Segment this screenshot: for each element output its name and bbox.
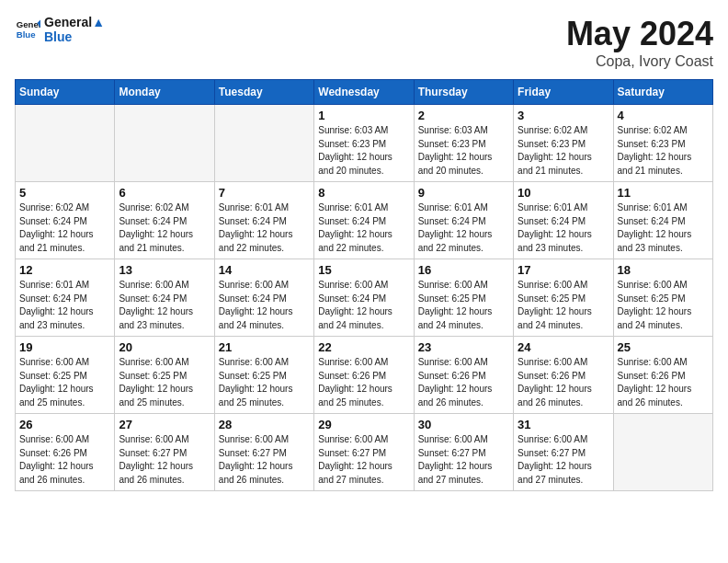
day-info: Sunrise: 6:00 AM Sunset: 6:24 PM Dayligh… — [219, 279, 310, 332]
calendar-day-cell: 14Sunrise: 6:00 AM Sunset: 6:24 PM Dayli… — [214, 259, 313, 337]
day-number: 10 — [518, 186, 609, 200]
day-number: 8 — [318, 186, 409, 200]
day-info: Sunrise: 6:00 AM Sunset: 6:24 PM Dayligh… — [119, 279, 210, 332]
calendar-day-cell: 24Sunrise: 6:00 AM Sunset: 6:26 PM Dayli… — [514, 337, 613, 414]
day-number: 21 — [219, 340, 310, 354]
calendar-location: Copa, Ivory Coast — [566, 53, 713, 70]
calendar-title: May 2024 — [566, 15, 713, 53]
day-info: Sunrise: 6:00 AM Sunset: 6:27 PM Dayligh… — [119, 433, 210, 487]
weekday-header-cell: Sunday — [16, 80, 115, 105]
calendar-day-cell: 13Sunrise: 6:00 AM Sunset: 6:24 PM Dayli… — [115, 259, 214, 337]
weekday-header-cell: Saturday — [613, 80, 712, 105]
day-info: Sunrise: 6:01 AM Sunset: 6:24 PM Dayligh… — [19, 279, 110, 332]
day-number: 15 — [318, 263, 409, 277]
calendar-day-cell: 31Sunrise: 6:00 AM Sunset: 6:27 PM Dayli… — [514, 414, 613, 491]
day-info: Sunrise: 6:02 AM Sunset: 6:23 PM Dayligh… — [518, 124, 609, 178]
day-number: 28 — [219, 418, 310, 431]
logo-icon: General Blue — [15, 17, 40, 42]
day-info: Sunrise: 6:00 AM Sunset: 6:24 PM Dayligh… — [318, 279, 409, 332]
day-number: 24 — [518, 340, 609, 354]
calendar-day-cell — [613, 414, 712, 491]
day-info: Sunrise: 6:00 AM Sunset: 6:25 PM Dayligh… — [219, 356, 310, 409]
calendar-day-cell: 8Sunrise: 6:01 AM Sunset: 6:24 PM Daylig… — [314, 182, 414, 259]
calendar-day-cell: 28Sunrise: 6:00 AM Sunset: 6:27 PM Dayli… — [214, 414, 313, 491]
day-info: Sunrise: 6:00 AM Sunset: 6:27 PM Dayligh… — [318, 433, 409, 487]
day-number: 18 — [618, 263, 709, 277]
day-number: 27 — [119, 418, 210, 431]
calendar-week-row: 1Sunrise: 6:03 AM Sunset: 6:23 PM Daylig… — [16, 105, 713, 182]
day-number: 20 — [119, 340, 210, 354]
day-info: Sunrise: 6:00 AM Sunset: 6:25 PM Dayligh… — [418, 279, 509, 332]
calendar-day-cell: 4Sunrise: 6:02 AM Sunset: 6:23 PM Daylig… — [613, 105, 712, 182]
calendar-day-cell: 26Sunrise: 6:00 AM Sunset: 6:26 PM Dayli… — [16, 414, 115, 491]
day-number: 16 — [418, 263, 509, 277]
weekday-header-cell: Thursday — [414, 80, 513, 105]
calendar-day-cell: 6Sunrise: 6:02 AM Sunset: 6:24 PM Daylig… — [115, 182, 214, 259]
calendar-day-cell: 15Sunrise: 6:00 AM Sunset: 6:24 PM Dayli… — [314, 259, 414, 337]
day-info: Sunrise: 6:00 AM Sunset: 6:27 PM Dayligh… — [518, 433, 609, 487]
day-number: 22 — [318, 340, 409, 354]
calendar-day-cell: 17Sunrise: 6:00 AM Sunset: 6:25 PM Dayli… — [514, 259, 613, 337]
weekday-header-cell: Wednesday — [314, 80, 414, 105]
calendar-day-cell: 18Sunrise: 6:00 AM Sunset: 6:25 PM Dayli… — [613, 259, 712, 337]
day-info: Sunrise: 6:00 AM Sunset: 6:25 PM Dayligh… — [518, 279, 609, 332]
logo-text: General▲ Blue — [44, 15, 105, 44]
calendar-week-row: 5Sunrise: 6:02 AM Sunset: 6:24 PM Daylig… — [16, 182, 713, 259]
title-block: May 2024 Copa, Ivory Coast — [566, 15, 713, 70]
calendar-day-cell: 2Sunrise: 6:03 AM Sunset: 6:23 PM Daylig… — [414, 105, 513, 182]
day-number: 17 — [518, 263, 609, 277]
day-number: 11 — [618, 186, 709, 200]
calendar-week-row: 12Sunrise: 6:01 AM Sunset: 6:24 PM Dayli… — [16, 259, 713, 337]
calendar-day-cell: 1Sunrise: 6:03 AM Sunset: 6:23 PM Daylig… — [314, 105, 414, 182]
day-info: Sunrise: 6:00 AM Sunset: 6:27 PM Dayligh… — [418, 433, 509, 487]
day-info: Sunrise: 6:00 AM Sunset: 6:26 PM Dayligh… — [518, 356, 609, 409]
calendar-table: SundayMondayTuesdayWednesdayThursdayFrid… — [15, 79, 713, 491]
day-number: 12 — [19, 263, 110, 277]
calendar-day-cell: 3Sunrise: 6:02 AM Sunset: 6:23 PM Daylig… — [514, 105, 613, 182]
day-number: 31 — [518, 418, 609, 431]
day-number: 6 — [119, 186, 210, 200]
calendar-week-row: 26Sunrise: 6:00 AM Sunset: 6:26 PM Dayli… — [16, 414, 713, 491]
day-info: Sunrise: 6:01 AM Sunset: 6:24 PM Dayligh… — [418, 201, 509, 255]
calendar-day-cell: 16Sunrise: 6:00 AM Sunset: 6:25 PM Dayli… — [414, 259, 513, 337]
day-number: 29 — [318, 418, 409, 431]
day-info: Sunrise: 6:02 AM Sunset: 6:24 PM Dayligh… — [19, 201, 110, 255]
calendar-day-cell: 25Sunrise: 6:00 AM Sunset: 6:26 PM Dayli… — [613, 337, 712, 414]
day-number: 26 — [19, 418, 110, 431]
day-number: 23 — [418, 340, 509, 354]
day-info: Sunrise: 6:03 AM Sunset: 6:23 PM Dayligh… — [318, 124, 409, 178]
day-info: Sunrise: 6:01 AM Sunset: 6:24 PM Dayligh… — [518, 201, 609, 255]
calendar-day-cell — [115, 105, 214, 182]
calendar-day-cell: 19Sunrise: 6:00 AM Sunset: 6:25 PM Dayli… — [16, 337, 115, 414]
day-number: 5 — [19, 186, 110, 200]
day-number: 9 — [418, 186, 509, 200]
day-info: Sunrise: 6:02 AM Sunset: 6:24 PM Dayligh… — [119, 201, 210, 255]
day-info: Sunrise: 6:01 AM Sunset: 6:24 PM Dayligh… — [618, 201, 709, 255]
calendar-day-cell: 22Sunrise: 6:00 AM Sunset: 6:26 PM Dayli… — [314, 337, 414, 414]
day-info: Sunrise: 6:00 AM Sunset: 6:26 PM Dayligh… — [618, 356, 709, 409]
day-info: Sunrise: 6:00 AM Sunset: 6:25 PM Dayligh… — [119, 356, 210, 409]
day-number: 3 — [518, 109, 609, 122]
calendar-day-cell: 9Sunrise: 6:01 AM Sunset: 6:24 PM Daylig… — [414, 182, 513, 259]
day-info: Sunrise: 6:00 AM Sunset: 6:26 PM Dayligh… — [318, 356, 409, 409]
day-number: 2 — [418, 109, 509, 122]
weekday-header-cell: Monday — [115, 80, 214, 105]
day-info: Sunrise: 6:01 AM Sunset: 6:24 PM Dayligh… — [318, 201, 409, 255]
calendar-day-cell: 21Sunrise: 6:00 AM Sunset: 6:25 PM Dayli… — [214, 337, 313, 414]
calendar-day-cell: 7Sunrise: 6:01 AM Sunset: 6:24 PM Daylig… — [214, 182, 313, 259]
day-info: Sunrise: 6:01 AM Sunset: 6:24 PM Dayligh… — [219, 201, 310, 255]
day-number: 19 — [19, 340, 110, 354]
day-info: Sunrise: 6:00 AM Sunset: 6:27 PM Dayligh… — [219, 433, 310, 487]
day-number: 4 — [618, 109, 709, 122]
calendar-day-cell: 23Sunrise: 6:00 AM Sunset: 6:26 PM Dayli… — [414, 337, 513, 414]
calendar-day-cell — [16, 105, 115, 182]
day-info: Sunrise: 6:00 AM Sunset: 6:25 PM Dayligh… — [618, 279, 709, 332]
day-info: Sunrise: 6:02 AM Sunset: 6:23 PM Dayligh… — [618, 124, 709, 178]
day-number: 14 — [219, 263, 310, 277]
day-number: 25 — [618, 340, 709, 354]
calendar-day-cell: 11Sunrise: 6:01 AM Sunset: 6:24 PM Dayli… — [613, 182, 712, 259]
calendar-day-cell: 12Sunrise: 6:01 AM Sunset: 6:24 PM Dayli… — [16, 259, 115, 337]
calendar-day-cell: 20Sunrise: 6:00 AM Sunset: 6:25 PM Dayli… — [115, 337, 214, 414]
logo: General Blue General▲ Blue — [15, 15, 105, 44]
weekday-header-row: SundayMondayTuesdayWednesdayThursdayFrid… — [16, 80, 713, 105]
